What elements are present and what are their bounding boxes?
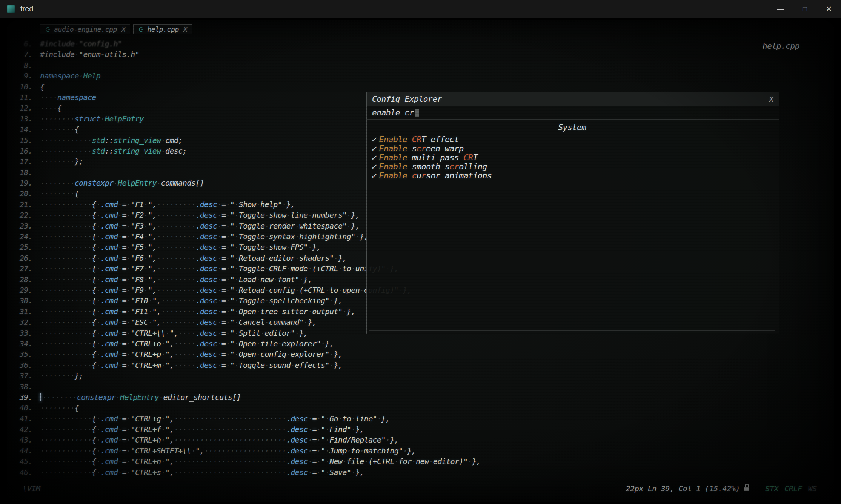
config-option[interactable]: ✓Enable CRT effect (369, 135, 775, 144)
whitespace-dot: · (79, 425, 83, 434)
whitespace-dot: · (191, 435, 195, 444)
whitespace-dot: · (88, 211, 92, 220)
code-line[interactable]: 36.············{·.cmd·=·"CTRL+m·",·····.… (11, 360, 834, 370)
tab-close-icon[interactable]: X (183, 25, 187, 33)
code-token: " (165, 468, 169, 477)
whitespace-dot: · (44, 318, 48, 327)
whitespace-dot: · (161, 254, 165, 263)
config-option[interactable]: ✓Enable cursor animations (369, 171, 775, 180)
checkbox-checked-icon[interactable]: ✓ (371, 162, 376, 171)
whitespace-dot: · (226, 232, 230, 241)
option-label-part: Enable (379, 162, 412, 171)
whitespace-dot: · (217, 264, 221, 273)
whitespace-dot: · (70, 318, 74, 327)
whitespace-dot: · (178, 350, 182, 359)
code-line[interactable]: 35.············{·.cmd·=·"CTRL+p·",·····.… (11, 349, 834, 360)
tab-close-icon[interactable]: X (121, 25, 125, 33)
whitespace-dot: · (126, 435, 131, 444)
whitespace-dot: · (256, 350, 260, 359)
code-line[interactable]: 37.········}; (11, 370, 834, 381)
code-line[interactable]: 10.{ (11, 81, 834, 92)
maximize-button[interactable]: □ (793, 0, 817, 18)
code-token: .desc (286, 425, 308, 434)
config-option[interactable]: ✓Enable multi-pass CRT (369, 153, 775, 162)
tab-help[interactable]: help.cpp X (133, 24, 192, 34)
code-token: " (230, 307, 234, 316)
whitespace-dot: · (75, 50, 79, 59)
whitespace-dot: · (286, 350, 291, 359)
code-line[interactable]: 34.············{·.cmd·=·"CTRL+o·",·····.… (11, 338, 834, 349)
code-token: = (122, 457, 126, 466)
code-line[interactable]: 39.········constexpr·HelpEntry·editor_sh… (11, 392, 834, 403)
whitespace-dot: · (256, 275, 260, 284)
dialog-close-button[interactable]: X (769, 95, 773, 103)
whitespace-dot: · (49, 254, 53, 263)
code-token: = (122, 286, 126, 295)
code-token: " (230, 275, 234, 284)
code-token: Toggle (239, 232, 265, 241)
whitespace-dot: · (264, 446, 269, 455)
code-line[interactable]: 42.············{·.cmd·=·"CTRL+f·",······… (11, 424, 834, 435)
code-line[interactable]: 38. (11, 381, 834, 392)
whitespace-dot: · (325, 414, 329, 423)
whitespace-dot: · (66, 361, 70, 370)
code-line[interactable]: 41.············{·.cmd·=·"CTRL+g·",······… (11, 413, 834, 424)
code-token: " (195, 446, 200, 455)
whitespace-dot: · (83, 435, 88, 444)
code-token: , (152, 254, 157, 263)
checkbox-checked-icon[interactable]: ✓ (371, 153, 376, 162)
whitespace-dot: · (165, 211, 169, 220)
checkbox-checked-icon[interactable]: ✓ (371, 135, 376, 144)
tab-audio-engine[interactable]: audio-engine.cpp X (40, 24, 130, 34)
code-token: }, (355, 468, 364, 477)
whitespace-dot: · (256, 307, 260, 316)
code-token: " (230, 254, 234, 263)
whitespace-dot: · (68, 393, 72, 402)
whitespace-dot: · (49, 189, 53, 198)
whitespace-dot: · (96, 200, 100, 209)
code-line[interactable]: 6.#include·"config.h" (11, 38, 834, 49)
whitespace-dot: · (49, 221, 53, 230)
code-token: output" (312, 307, 342, 316)
whitespace-dot: · (57, 157, 61, 166)
code-line[interactable]: 46.············{·.cmd·=·"CTRL+s·",······… (11, 467, 834, 478)
whitespace-dot: · (161, 221, 165, 230)
checkbox-checked-icon[interactable]: ✓ (371, 171, 376, 180)
whitespace-dot: · (273, 425, 277, 434)
code-line[interactable]: 45.············{·.cmd·=·"CTRL+n·",······… (11, 456, 834, 467)
code-token: matching" (364, 446, 403, 455)
code-line[interactable]: 40.········{ (11, 403, 834, 413)
line-number: 36. (11, 360, 32, 370)
config-option[interactable]: ✓Enable screen warp (369, 144, 775, 153)
whitespace-dot: · (70, 350, 74, 359)
code-token: = (122, 200, 126, 209)
close-button[interactable]: ✕ (817, 0, 841, 18)
whitespace-dot: · (161, 296, 165, 305)
whitespace-dot: · (183, 296, 187, 305)
whitespace-dot: · (79, 307, 83, 316)
whitespace-dot: · (317, 446, 321, 455)
config-results-panel: System ✓Enable CRT effect✓Enable screen … (369, 120, 775, 331)
minimize-button[interactable]: — (769, 0, 793, 18)
whitespace-dot: · (325, 446, 329, 455)
line-number: 25. (11, 242, 32, 252)
whitespace-dot: · (61, 435, 66, 444)
code-token: .desc (195, 339, 217, 348)
whitespace-dot: · (291, 361, 295, 370)
code-token: .cmd (100, 329, 118, 338)
config-search-input[interactable]: enable cr (367, 106, 779, 120)
code-token: show (269, 243, 286, 252)
code-line[interactable]: 8. (11, 60, 834, 71)
code-token: { (92, 318, 96, 327)
code-token: "CTRL+m (131, 361, 161, 370)
config-option[interactable]: ✓Enable smooth scrolling (369, 162, 775, 171)
whitespace-dot: · (191, 296, 195, 305)
code-line[interactable]: 9.namespace·Help (11, 71, 834, 81)
checkbox-checked-icon[interactable]: ✓ (371, 144, 376, 153)
whitespace-dot: · (49, 243, 53, 252)
code-token: Split (239, 329, 260, 338)
code-line[interactable]: 44.············{·.cmd·=·"CTRL+SHIFT+\\·"… (11, 446, 834, 456)
code-token: New (329, 457, 342, 466)
code-line[interactable]: 43.············{·.cmd·=·"CTRL+h·",······… (11, 435, 834, 445)
code-line[interactable]: 7.#include·"enum-utils.h" (11, 49, 834, 60)
